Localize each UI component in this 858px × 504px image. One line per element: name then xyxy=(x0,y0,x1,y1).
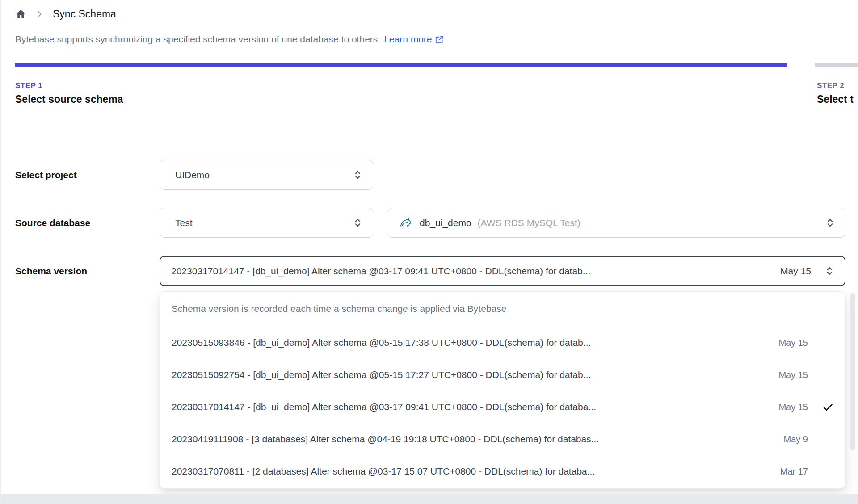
project-select[interactable]: UIDemo xyxy=(160,160,373,190)
schema-version-select-date: May 15 xyxy=(780,266,811,277)
environment-select[interactable]: Test xyxy=(160,208,373,238)
select-project-label: Select project xyxy=(15,160,77,190)
step-1-id: STEP 1 xyxy=(15,81,123,90)
check-icon xyxy=(808,401,834,413)
option-date: Mar 17 xyxy=(765,466,808,477)
project-select-value: UIDemo xyxy=(175,170,348,181)
schema-version-option[interactable]: 20230515093846 - [db_ui_demo] Alter sche… xyxy=(172,333,834,353)
step-2: STEP 2 Select t xyxy=(817,81,854,105)
step-1: STEP 1 Select source schema xyxy=(15,81,123,105)
step-2-id: STEP 2 xyxy=(817,81,854,90)
scrollbar-thumb[interactable] xyxy=(850,293,855,450)
page-description: Bytebase supports synchronizing a specif… xyxy=(15,34,444,45)
description-text: Bytebase supports synchronizing a specif… xyxy=(15,34,380,45)
source-database-label: Source database xyxy=(15,208,90,238)
schema-version-dropdown: Schema version is recorded each time a s… xyxy=(160,291,846,489)
step-2-title: Select t xyxy=(817,93,854,105)
environment-select-value: Test xyxy=(175,218,348,228)
option-date: May 15 xyxy=(765,402,808,412)
schema-version-label: Schema version xyxy=(15,256,87,286)
chevron-up-down-icon xyxy=(352,217,364,229)
option-date: May 15 xyxy=(765,338,808,348)
chevron-right-icon xyxy=(35,10,44,18)
database-select[interactable]: db_ui_demo (AWS RDS MySQL Test) xyxy=(388,208,845,238)
schema-version-select[interactable]: 20230317014147 - [db_ui_demo] Alter sche… xyxy=(160,256,845,286)
external-link-icon xyxy=(435,35,444,44)
step1-progress-bar xyxy=(15,63,787,67)
home-icon[interactable] xyxy=(15,8,26,20)
page-title: Sync Schema xyxy=(53,8,116,20)
schema-version-option[interactable]: 20230515092754 - [db_ui_demo] Alter sche… xyxy=(172,365,834,385)
bottom-divider xyxy=(1,494,858,504)
database-select-value: db_ui_demo xyxy=(420,218,471,228)
database-select-detail: (AWS RDS MySQL Test) xyxy=(478,218,820,228)
schema-version-option[interactable]: 20230419111908 - [3 databases] Alter sch… xyxy=(172,429,834,449)
schema-version-option[interactable]: 20230317070811 - [2 databases] Alter sch… xyxy=(172,462,834,481)
mysql-dolphin-icon xyxy=(399,216,412,230)
chevron-up-down-icon xyxy=(352,169,364,181)
step-1-title: Select source schema xyxy=(15,93,123,105)
breadcrumb: Sync Schema xyxy=(15,8,116,20)
option-date: May 9 xyxy=(765,434,808,445)
learn-more-link[interactable]: Learn more xyxy=(384,34,444,45)
chevron-up-down-icon xyxy=(824,265,836,277)
dropdown-hint: Schema version is recorded each time a s… xyxy=(172,303,506,314)
option-date: May 15 xyxy=(765,370,808,380)
sync-schema-page: Sync Schema Bytebase supports synchroniz… xyxy=(0,0,858,504)
schema-version-select-value: 20230317014147 - [db_ui_demo] Alter sche… xyxy=(171,266,774,277)
step2-progress-bar xyxy=(815,63,858,67)
schema-version-option-selected[interactable]: 20230317014147 - [db_ui_demo] Alter sche… xyxy=(172,397,834,417)
chevron-up-down-icon xyxy=(824,217,836,229)
